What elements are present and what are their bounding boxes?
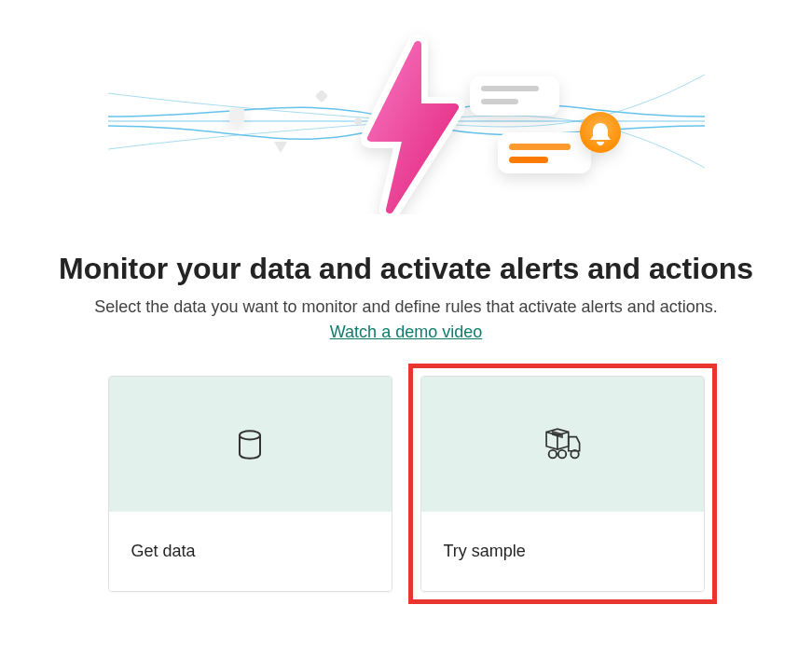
svg-rect-3 [470, 76, 559, 116]
truck-icon [542, 424, 583, 465]
svg-rect-4 [481, 86, 539, 91]
database-icon [229, 424, 270, 465]
get-data-card-top [109, 377, 392, 512]
svg-rect-5 [481, 99, 518, 104]
hero-illustration [108, 28, 705, 214]
get-data-card[interactable]: Get data [108, 376, 392, 592]
try-sample-card-bottom: Try sample [421, 512, 704, 591]
svg-point-2 [354, 117, 362, 125]
svg-rect-6 [498, 132, 591, 173]
page-subtext: Select the data you want to monitor and … [94, 297, 717, 317]
svg-rect-7 [509, 144, 571, 150]
page-heading: Monitor your data and activate alerts an… [59, 252, 753, 286]
svg-point-12 [558, 449, 566, 457]
get-data-card-bottom: Get data [109, 512, 392, 591]
svg-rect-8 [509, 157, 548, 163]
try-sample-card-top [421, 377, 704, 512]
svg-point-10 [240, 431, 260, 439]
try-sample-card[interactable]: Try sample [420, 376, 705, 592]
svg-rect-0 [229, 108, 244, 123]
try-sample-label: Try sample [444, 542, 526, 561]
get-data-label: Get data [131, 542, 196, 561]
watch-demo-link[interactable]: Watch a demo video [330, 323, 482, 342]
svg-rect-1 [314, 89, 327, 103]
svg-point-11 [549, 449, 557, 457]
cards-row: Get data Try s [108, 376, 705, 592]
